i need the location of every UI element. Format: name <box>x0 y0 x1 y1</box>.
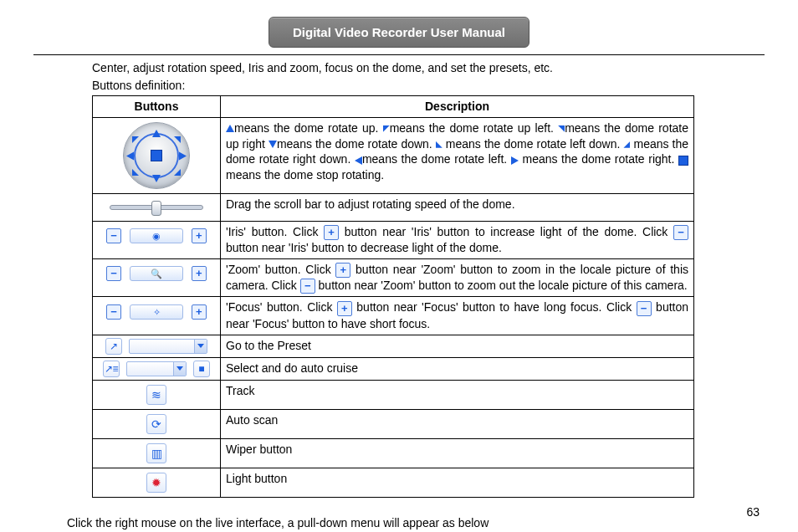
zoom-button[interactable]: 🔍 <box>130 266 183 281</box>
intro-line-2: Buttons definition: <box>92 78 765 94</box>
table-row: ↗ Go to the Preset <box>93 335 694 357</box>
track-description: Track <box>221 381 694 410</box>
wiper-description: Wiper button <box>221 439 694 468</box>
iris-plus-button[interactable] <box>192 228 207 243</box>
track-button[interactable]: ≋ <box>146 385 166 405</box>
table-row: ▥ Wiper button <box>93 439 694 468</box>
table-row: ✹ Light button <box>93 468 694 498</box>
ptz-dpad[interactable] <box>123 122 190 189</box>
table-row: 🔍 'Zoom' button. Click button near 'Zoom… <box>93 258 694 297</box>
th-buttons: Buttons <box>93 95 221 117</box>
arrow-right-icon[interactable] <box>179 152 187 161</box>
arrow-up-right-icon[interactable] <box>174 136 181 143</box>
rotate-icon: ⟳ <box>151 417 161 431</box>
table-row: ≋ Track <box>93 381 694 410</box>
minus-icon <box>300 279 315 294</box>
table-row: ◉ 'Iris' button. Click button near 'Iris… <box>93 221 694 258</box>
arrow-down-left-icon <box>436 141 442 148</box>
arrow-up-left-icon <box>383 125 390 132</box>
table-row: ↗≡ ■ Select and do auto cruise <box>93 357 694 380</box>
preset-select[interactable] <box>129 339 207 354</box>
arrow-right-icon <box>511 156 519 165</box>
buttons-definition-table: Buttons Description <box>92 95 694 498</box>
intro-line-1: Center, adjust rotation speed, Iris and … <box>92 60 765 76</box>
footer-text: Click the right mouse on the live interf… <box>67 516 765 529</box>
table-row: means the dome rotate up. means the dome… <box>93 117 694 193</box>
focus-icon: ✧ <box>153 305 161 318</box>
arrow-down-icon <box>269 141 277 148</box>
focus-description: 'Focus' button. Click button near 'Focus… <box>221 297 694 335</box>
rule <box>33 54 765 55</box>
stop-icon <box>678 156 688 166</box>
stop-icon[interactable] <box>151 150 162 161</box>
arrow-up-icon[interactable] <box>152 130 161 137</box>
arrow-left-icon[interactable] <box>126 152 134 161</box>
arrow-down-right-icon[interactable] <box>174 169 181 176</box>
plus-icon <box>335 263 350 278</box>
zoom-icon: 🔍 <box>151 268 162 280</box>
iris-minus-button[interactable] <box>106 228 121 243</box>
arrow-up-left-icon[interactable] <box>132 136 139 143</box>
table-row: ⟳ Auto scan <box>93 410 694 439</box>
arrow-up-right-icon <box>558 125 565 132</box>
dpad-description: means the dome rotate up. means the dome… <box>221 117 694 193</box>
minus-icon <box>673 225 688 240</box>
iris-icon: ◉ <box>152 230 161 243</box>
wiper-icon: ▥ <box>151 447 162 460</box>
iris-description: 'Iris' button. Click button near 'Iris' … <box>221 221 694 258</box>
arrow-down-icon[interactable] <box>152 175 161 182</box>
table-row: Drag the scroll bar to adjust rotating s… <box>93 193 694 221</box>
zoom-description: 'Zoom' button. Click button near 'Zoom' … <box>221 258 694 297</box>
cruise-select[interactable] <box>126 361 187 376</box>
arrow-up-icon <box>226 125 234 132</box>
arrow-left-icon <box>355 156 362 165</box>
table-row: ✧ 'Focus' button. Click button near 'Foc… <box>93 297 694 335</box>
preset-description: Go to the Preset <box>221 335 694 357</box>
preset-go-icon[interactable]: ↗ <box>105 338 122 355</box>
speed-slider[interactable] <box>110 205 203 210</box>
wiper-button[interactable]: ▥ <box>146 443 166 463</box>
page-title: Digital Video Recorder User Manual <box>269 17 529 48</box>
autoscan-description: Auto scan <box>221 410 694 439</box>
focus-minus-button[interactable] <box>106 304 121 320</box>
slider-description: Drag the scroll bar to adjust rotating s… <box>221 193 694 221</box>
cruise-list-icon[interactable]: ↗≡ <box>103 361 120 377</box>
th-description: Description <box>221 95 694 117</box>
arrow-down-left-icon[interactable] <box>132 169 139 176</box>
zoom-plus-button[interactable] <box>192 266 207 281</box>
zoom-minus-button[interactable] <box>106 266 121 281</box>
cruise-stop-button[interactable]: ■ <box>193 361 210 377</box>
wave-icon: ≋ <box>151 388 161 402</box>
focus-button[interactable]: ✧ <box>130 304 183 320</box>
iris-button[interactable]: ◉ <box>130 228 183 243</box>
autoscan-button[interactable]: ⟳ <box>146 414 166 434</box>
page-number: 63 <box>746 505 760 519</box>
light-icon: ✹ <box>151 476 161 489</box>
plus-icon <box>324 225 339 240</box>
cruise-description: Select and do auto cruise <box>221 357 694 380</box>
light-button[interactable]: ✹ <box>146 473 166 493</box>
focus-plus-button[interactable] <box>192 304 207 320</box>
plus-icon <box>337 301 352 316</box>
light-description: Light button <box>221 468 694 498</box>
minus-icon <box>637 301 652 316</box>
